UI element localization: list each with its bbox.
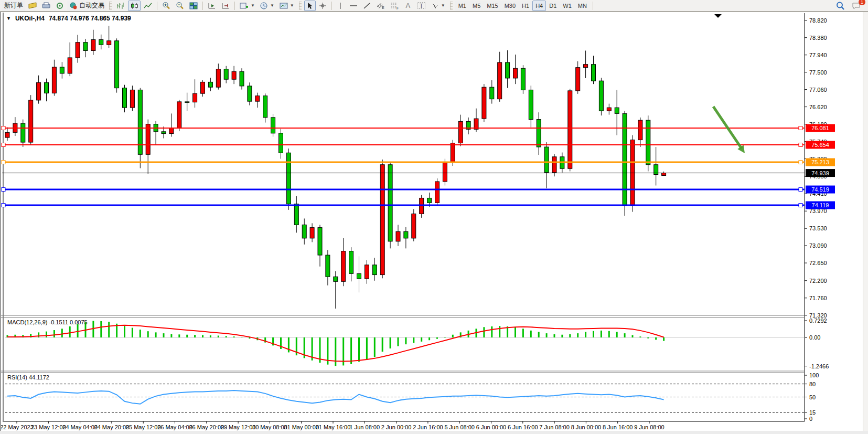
toolbar-grip[interactable] — [109, 2, 112, 10]
svg-text:25 May 12:00: 25 May 12:00 — [126, 424, 161, 430]
candlestick-button[interactable] — [128, 1, 141, 11]
svg-text:F: F — [397, 6, 399, 9]
auto-trading-button[interactable]: 自动交易 — [67, 1, 106, 11]
cursor-icon — [306, 2, 313, 9]
svg-text:31 May 16:00: 31 May 16:00 — [316, 424, 351, 430]
timeframe-button-M1[interactable]: M1 — [455, 1, 469, 11]
shapes-button[interactable]: ▼ — [429, 1, 447, 11]
macd-panel-label: MACD(12,26,9) -0.1511 0.0075 — [7, 319, 88, 325]
line-chart-button[interactable] — [142, 1, 154, 11]
line-handle[interactable] — [799, 188, 802, 192]
line-handle[interactable] — [799, 126, 802, 130]
svg-text:30 May 08:00: 30 May 08:00 — [252, 424, 287, 430]
candle — [45, 82, 49, 93]
vertical-scrollbar[interactable] — [863, 12, 868, 431]
svg-text:6 Jun 16:00: 6 Jun 16:00 — [508, 424, 538, 430]
timeframe-button-M5[interactable]: M5 — [469, 1, 484, 11]
text-tool-button[interactable]: A — [402, 1, 414, 11]
notifications-button[interactable]: 1 — [850, 1, 863, 11]
line-handle[interactable] — [2, 204, 5, 207]
chart-canvas[interactable]: 78.82078.38077.94077.50077.06076.62076.1… — [1, 12, 868, 431]
candle — [427, 198, 432, 203]
timeframe-button-MN[interactable]: MN — [575, 1, 590, 11]
svg-text:5 Jun 08:00: 5 Jun 08:00 — [444, 424, 475, 430]
candle — [388, 165, 392, 241]
timeframe-button-H1[interactable]: H1 — [519, 1, 532, 11]
period-button[interactable]: ▼ — [258, 1, 276, 11]
news-icon[interactable] — [53, 1, 66, 11]
candle — [529, 90, 533, 119]
bar-chart-button[interactable] — [114, 1, 127, 11]
svg-text:0: 0 — [809, 416, 812, 422]
price-level-line-76.081[interactable]: 76.081 — [2, 124, 835, 132]
candle — [318, 228, 322, 255]
candlestick-icon — [130, 2, 138, 9]
line-handle[interactable] — [2, 161, 5, 164]
candle — [310, 228, 314, 238]
candle — [482, 87, 486, 119]
fibonacci-button[interactable]: F — [388, 1, 401, 11]
price-level-line-74.119[interactable]: 74.119 — [2, 202, 835, 209]
candle — [255, 96, 260, 101]
line-handle[interactable] — [2, 126, 5, 130]
candle — [544, 147, 549, 173]
crosshair-button[interactable] — [317, 1, 329, 11]
candle — [592, 65, 596, 81]
candle — [76, 43, 80, 58]
new-chart-button[interactable]: ▼ — [238, 1, 257, 11]
down-arrow-annotation[interactable] — [713, 107, 745, 153]
horizontal-line-button[interactable] — [347, 1, 360, 11]
text-label-button[interactable]: T — [415, 1, 428, 11]
price-level-line-75.213[interactable]: 75.213 — [2, 158, 835, 166]
auto-scroll-button[interactable] — [206, 1, 218, 11]
new-order-button[interactable]: 新订单 — [2, 1, 25, 11]
vertical-line-button[interactable] — [335, 1, 346, 11]
candle — [435, 182, 440, 203]
candle — [404, 231, 408, 238]
line-handle[interactable] — [799, 143, 802, 146]
candle — [107, 41, 111, 45]
timeframe-button-M30[interactable]: M30 — [501, 1, 519, 11]
chart-shift-button[interactable] — [219, 1, 232, 11]
trendline-button[interactable] — [361, 1, 373, 11]
timeframe-button-H4[interactable]: H4 — [532, 1, 546, 11]
line-handle[interactable] — [799, 161, 802, 164]
candle — [341, 251, 346, 282]
toolbar-grip[interactable] — [299, 2, 302, 10]
collapse-triangle-icon[interactable]: ▼ — [6, 16, 11, 21]
cursor-button[interactable] — [304, 1, 316, 11]
svg-text:24 May 20:00: 24 May 20:00 — [94, 424, 130, 430]
svg-text:72.200: 72.200 — [809, 278, 827, 284]
line-handle[interactable] — [2, 188, 5, 192]
price-level-line-74.519[interactable]: 74.519 — [2, 186, 835, 194]
candle — [607, 108, 611, 111]
candle — [396, 231, 400, 241]
candle — [623, 113, 627, 206]
timeframe-button-D1[interactable]: D1 — [546, 1, 560, 11]
candle — [458, 121, 463, 143]
tile-windows-button[interactable] — [187, 1, 200, 11]
channel-button[interactable]: E — [374, 1, 387, 11]
candle — [412, 214, 416, 238]
print-icon[interactable] — [40, 1, 52, 11]
toolbar-grip[interactable] — [450, 2, 453, 10]
candle — [263, 96, 267, 118]
zoom-in-button[interactable] — [160, 1, 173, 11]
market-watch-icon[interactable] — [26, 1, 39, 11]
timeframe-button-M15[interactable]: M15 — [484, 1, 501, 11]
template-button[interactable]: ▼ — [277, 1, 296, 11]
auto-trading-icon — [69, 2, 78, 9]
line-handle[interactable] — [799, 204, 802, 207]
candle — [302, 225, 306, 238]
line-handle[interactable] — [2, 143, 5, 146]
svg-text:E: E — [382, 6, 384, 9]
candle — [279, 133, 283, 153]
search-icon[interactable] — [834, 1, 847, 11]
candle — [294, 204, 298, 225]
scroll-to-end-marker[interactable] — [714, 14, 722, 18]
zoom-out-button[interactable] — [174, 1, 186, 11]
svg-text:8 Jun 00:00: 8 Jun 00:00 — [571, 424, 602, 430]
candle — [599, 81, 603, 111]
timeframe-button-W1[interactable]: W1 — [560, 1, 575, 11]
price-level-line-75.654[interactable]: 75.654 — [2, 141, 835, 149]
